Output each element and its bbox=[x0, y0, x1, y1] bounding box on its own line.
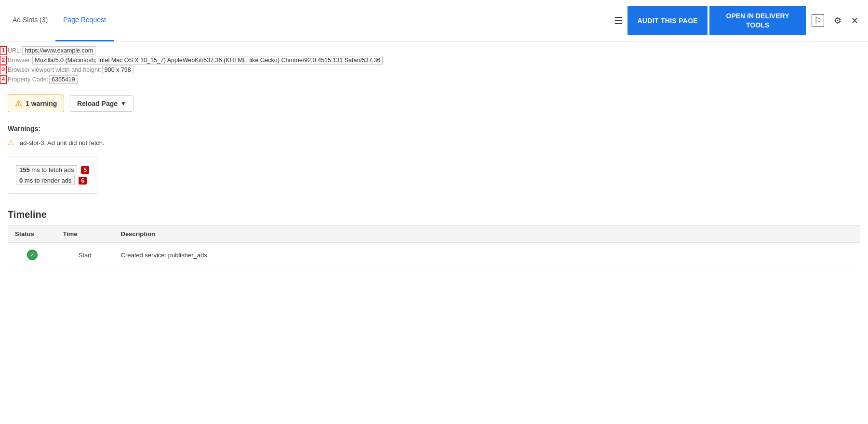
warning-badge-label: 1 warning bbox=[26, 100, 57, 107]
property-label: Property Code: bbox=[8, 76, 48, 83]
timeline-thead: Status Time Description bbox=[8, 225, 860, 243]
fetch-ms-value: 155 bbox=[19, 166, 30, 173]
tab-page-request-label: Page Request bbox=[63, 16, 106, 24]
row-num-4: 4 bbox=[0, 75, 7, 83]
audit-button[interactable]: AUDIT THIS PAGE bbox=[628, 6, 708, 35]
delivery-button-label: OPEN IN DELIVERY TOOLS bbox=[726, 12, 789, 28]
main-content: 1 URL: https://www.example.com 2 Browser… bbox=[0, 41, 868, 267]
info-row-property: 4 Property Code: 6355419 bbox=[0, 75, 868, 84]
timeline-description-cell: Created service: publisher_ads. bbox=[114, 243, 860, 267]
tab-bar: Ad Slots (3) Page Request bbox=[5, 0, 114, 41]
warning-badge: ⚠ 1 warning bbox=[8, 94, 64, 112]
hamburger-icon: ☰ bbox=[614, 15, 623, 26]
tab-ad-slots[interactable]: Ad Slots (3) bbox=[5, 0, 55, 41]
feedback-button[interactable]: ⚐ bbox=[807, 12, 829, 30]
close-icon: ✕ bbox=[851, 16, 858, 26]
viewport-value: 900 x 798 bbox=[102, 66, 134, 74]
fetch-badge: 5 bbox=[81, 166, 89, 174]
row-num-1: 1 bbox=[0, 46, 7, 54]
status-success-icon: ✓ bbox=[27, 250, 38, 260]
url-label: URL: bbox=[8, 47, 21, 54]
browser-value: Mozilla/5.0 (Macintosh; Intel Mac OS X 1… bbox=[32, 56, 383, 65]
header: Ad Slots (3) Page Request ☰ AUDIT THIS P… bbox=[0, 0, 868, 41]
table-row: ✓ Start Created service: publisher_ads. bbox=[8, 243, 860, 267]
url-value: https://www.example.com bbox=[22, 46, 95, 55]
warning-item-text: ad-slot-3: Ad unit did not fetch. bbox=[20, 139, 105, 146]
warning-item-0: ⚠ ad-slot-3: Ad unit did not fetch. bbox=[0, 136, 868, 149]
gear-button[interactable]: ⚙ bbox=[829, 12, 846, 30]
metric-fetch-row: 155 ms to fetch ads 5 bbox=[16, 165, 89, 174]
render-badge: 6 bbox=[79, 177, 87, 185]
row-num-3: 3 bbox=[0, 66, 7, 74]
timeline-tbody: ✓ Start Created service: publisher_ads. bbox=[8, 243, 860, 267]
metrics-box: 155 ms to fetch ads 5 0 ms to render ads… bbox=[8, 157, 97, 194]
warning-badge-icon: ⚠ bbox=[15, 99, 22, 108]
tab-ad-slots-label: Ad Slots (3) bbox=[13, 16, 48, 24]
page-info-section: 1 URL: https://www.example.com 2 Browser… bbox=[0, 41, 868, 84]
reload-page-button[interactable]: Reload Page ▼ bbox=[70, 95, 134, 112]
close-button[interactable]: ✕ bbox=[846, 12, 863, 30]
browser-label: Browser: bbox=[8, 57, 31, 64]
timeline-status-cell: ✓ bbox=[8, 243, 56, 267]
reload-chevron-icon: ▼ bbox=[120, 100, 126, 107]
property-value: 6355419 bbox=[49, 75, 78, 84]
fetch-metric-label: 155 ms to fetch ads bbox=[16, 165, 77, 174]
timeline-col-status: Status bbox=[8, 225, 56, 243]
warning-item-icon: ⚠ bbox=[8, 138, 14, 147]
metric-render-row: 0 ms to render ads 6 bbox=[16, 176, 89, 185]
timeline-col-time: Time bbox=[56, 225, 114, 243]
info-row-browser: 2 Browser: Mozilla/5.0 (Macintosh; Intel… bbox=[0, 56, 868, 65]
warning-section: ⚠ 1 warning Reload Page ▼ bbox=[0, 85, 868, 117]
row-num-2: 2 bbox=[0, 56, 7, 64]
hamburger-button[interactable]: ☰ bbox=[610, 11, 627, 30]
timeline-time-cell: Start bbox=[56, 243, 114, 267]
warnings-title: Warnings: bbox=[0, 117, 868, 136]
timeline-title: Timeline bbox=[0, 201, 868, 225]
timeline-table: Status Time Description ✓ Start Created … bbox=[8, 225, 860, 267]
info-row-viewport: 3 Browser viewport width and height: 900… bbox=[0, 66, 868, 74]
delivery-button[interactable]: OPEN IN DELIVERY TOOLS bbox=[709, 6, 806, 35]
info-row-url: 1 URL: https://www.example.com bbox=[0, 46, 868, 55]
render-label: ms to render ads bbox=[23, 177, 71, 184]
reload-page-label: Reload Page bbox=[77, 100, 118, 107]
feedback-icon: ⚐ bbox=[812, 14, 824, 27]
timeline-header-row: Status Time Description bbox=[8, 225, 860, 243]
gear-icon: ⚙ bbox=[834, 16, 841, 26]
timeline-col-description: Description bbox=[114, 225, 860, 243]
tab-page-request[interactable]: Page Request bbox=[55, 0, 114, 41]
fetch-label: ms to fetch ads bbox=[30, 166, 74, 173]
viewport-label: Browser viewport width and height: bbox=[8, 66, 101, 73]
render-metric-label: 0 ms to render ads bbox=[16, 176, 75, 185]
